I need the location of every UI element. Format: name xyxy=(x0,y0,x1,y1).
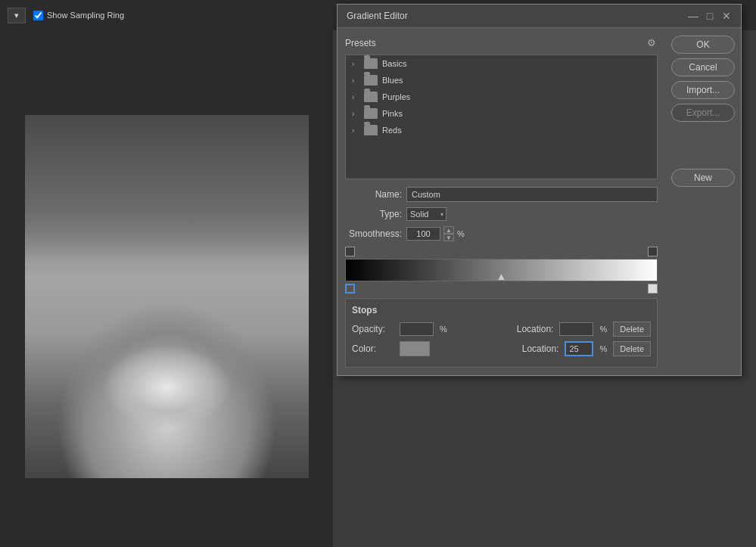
dialog-body: Presets ⚙ › Basics › Blues › Purples xyxy=(338,28,741,375)
name-label: Name: xyxy=(345,189,402,200)
preset-name-pinks: Pinks xyxy=(382,109,403,118)
folder-icon-pinks xyxy=(364,108,378,119)
smoothness-label: Smoothness: xyxy=(345,228,402,239)
opacity-stop-left[interactable] xyxy=(345,247,355,256)
preset-item-blues[interactable]: › Blues xyxy=(346,72,657,89)
preset-arrow-pinks: › xyxy=(352,110,359,118)
minimize-button[interactable]: — xyxy=(688,11,698,21)
presets-list[interactable]: › Basics › Blues › Purples › Pin xyxy=(345,54,658,179)
type-label: Type: xyxy=(345,209,402,219)
stops-title: Stops xyxy=(352,305,651,315)
gradient-bar[interactable]: ▲ xyxy=(345,259,658,281)
type-select[interactable]: Solid Noise xyxy=(406,207,446,221)
color-location-pct: % xyxy=(599,344,607,353)
preset-name-purples: Purples xyxy=(382,92,410,101)
folder-icon-blues xyxy=(364,75,378,85)
export-button[interactable]: Export... xyxy=(671,104,735,122)
smoothness-controls: ▲ ▼ % xyxy=(406,226,465,241)
color-delete-button[interactable]: Delete xyxy=(613,341,651,356)
type-select-wrapper: Solid Noise ▾ xyxy=(406,207,446,221)
type-row: Type: Solid Noise ▾ xyxy=(345,207,658,221)
top-stops-row xyxy=(345,247,658,256)
dialog-right-panel: OK Cancel Import... Export... New xyxy=(665,28,741,375)
title-controls: — □ ✕ xyxy=(688,11,732,21)
dialog-titlebar: Gradient Editor — □ ✕ xyxy=(338,5,741,28)
preset-item-reds[interactable]: › Reds xyxy=(346,122,657,138)
photo-area xyxy=(0,30,333,547)
opacity-stop-input[interactable] xyxy=(400,322,434,336)
show-sampling-ring-label[interactable]: Show Sampling Ring xyxy=(33,11,124,20)
folder-icon-reds xyxy=(364,125,378,135)
preset-item-purples[interactable]: › Purples xyxy=(346,89,657,105)
close-button[interactable]: ✕ xyxy=(721,11,732,21)
sampling-ring-text: Show Sampling Ring xyxy=(47,11,124,20)
color-stop-right[interactable] xyxy=(648,284,658,294)
gradient-indicator: ▲ xyxy=(496,270,507,282)
folder-icon-purples xyxy=(364,92,378,102)
opacity-delete-button[interactable]: Delete xyxy=(613,322,651,337)
opacity-pct: % xyxy=(440,325,447,334)
bottom-stops-row xyxy=(345,284,658,294)
gradient-editor-dialog: Gradient Editor — □ ✕ Presets ⚙ › Basics xyxy=(337,4,742,376)
preset-name-basics: Basics xyxy=(382,59,406,68)
import-button[interactable]: Import... xyxy=(671,81,735,99)
color-stop-label: Color: xyxy=(352,343,394,354)
photo-image xyxy=(25,115,309,478)
show-sampling-ring-checkbox[interactable] xyxy=(33,11,43,20)
bottom-area xyxy=(333,464,756,547)
dialog-title: Gradient Editor xyxy=(347,11,408,21)
preset-arrow-basics: › xyxy=(352,60,359,68)
presets-header: Presets ⚙ xyxy=(345,36,658,50)
color-swatch[interactable] xyxy=(400,341,430,356)
gear-button[interactable]: ⚙ xyxy=(646,36,658,50)
smoothness-pct: % xyxy=(457,229,465,238)
preset-arrow-blues: › xyxy=(352,76,359,85)
dropdown-button[interactable]: ▾ xyxy=(8,8,26,23)
opacity-location-label: Location: xyxy=(517,324,554,334)
preset-item-pinks[interactable]: › Pinks xyxy=(346,105,657,122)
name-row: Name: xyxy=(345,187,658,202)
folder-icon-basics xyxy=(364,58,378,69)
preset-item-basics[interactable]: › Basics xyxy=(346,55,657,72)
color-location-input[interactable] xyxy=(565,341,593,356)
gradient-area: ▲ xyxy=(345,247,658,294)
opacity-location-input[interactable] xyxy=(559,322,593,336)
presets-label: Presets xyxy=(345,38,376,48)
ok-button[interactable]: OK xyxy=(671,36,735,54)
dropdown-arrow: ▾ xyxy=(14,11,19,20)
opacity-stop-right[interactable] xyxy=(648,247,658,256)
preset-name-reds: Reds xyxy=(382,126,402,135)
opacity-stop-label: Opacity: xyxy=(352,324,394,334)
preset-arrow-reds: › xyxy=(352,126,359,135)
smoothness-input[interactable] xyxy=(406,227,440,241)
maximize-button[interactable]: □ xyxy=(705,11,715,21)
smoothness-up-btn[interactable]: ▲ xyxy=(443,226,454,234)
preset-name-blues: Blues xyxy=(382,76,403,85)
color-stop-row: Color: Location: % Delete xyxy=(352,341,651,356)
smoothness-down-btn[interactable]: ▼ xyxy=(443,234,454,241)
opacity-location-pct: % xyxy=(599,325,607,334)
smoothness-spinners: ▲ ▼ xyxy=(443,226,454,241)
preset-arrow-purples: › xyxy=(352,93,359,101)
stops-section: Stops Opacity: % Location: % Delete Colo… xyxy=(345,298,658,368)
smoothness-row: Smoothness: ▲ ▼ % xyxy=(345,226,658,241)
name-input[interactable] xyxy=(406,187,658,202)
opacity-stop-row: Opacity: % Location: % Delete xyxy=(352,322,651,337)
photo-container xyxy=(25,115,309,478)
new-button[interactable]: New xyxy=(671,169,735,187)
color-location-label: Location: xyxy=(522,343,559,354)
color-stop-left[interactable] xyxy=(345,284,355,294)
dialog-left-panel: Presets ⚙ › Basics › Blues › Purples xyxy=(338,28,665,375)
cancel-button[interactable]: Cancel xyxy=(671,58,735,76)
